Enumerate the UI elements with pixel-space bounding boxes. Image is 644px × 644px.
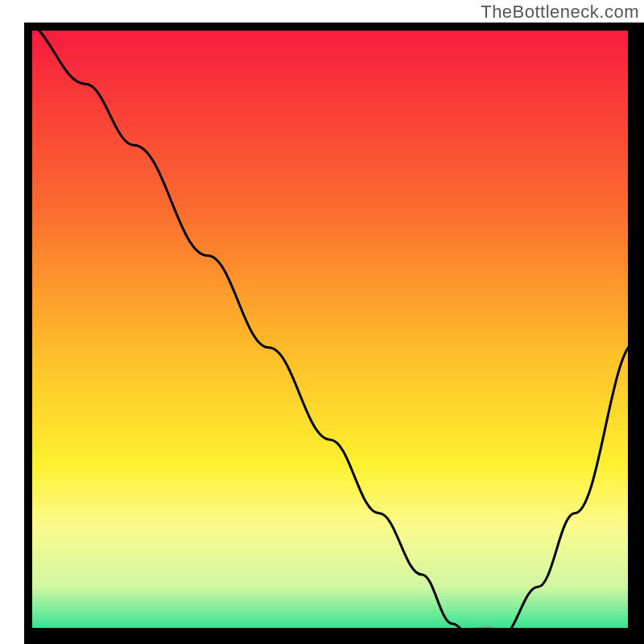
chart-canvas: [0, 0, 644, 644]
bottleneck-chart: TheBottleneck.com: [0, 0, 644, 644]
svg-rect-0: [0, 0, 24, 644]
gradient-background: [24, 23, 636, 636]
watermark-label: TheBottleneck.com: [481, 2, 639, 23]
